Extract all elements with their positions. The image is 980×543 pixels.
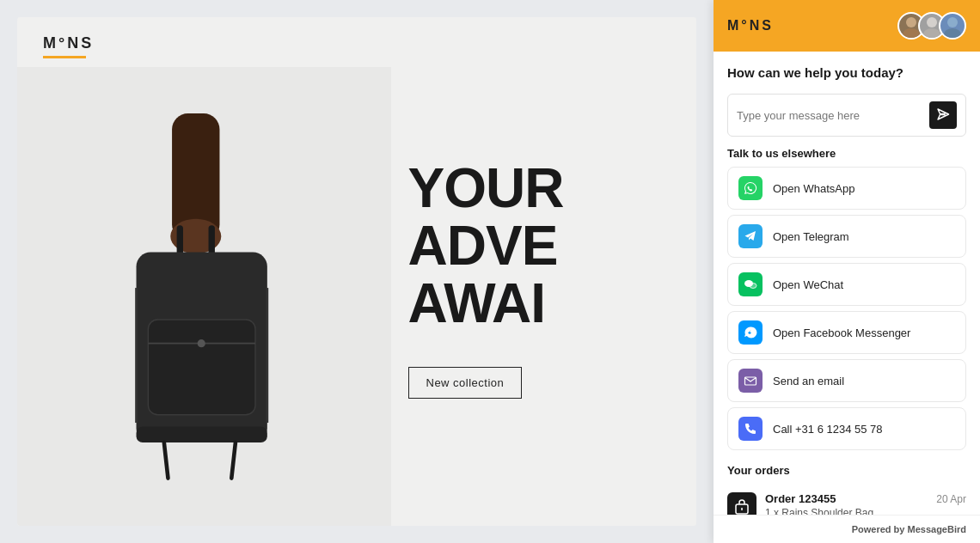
hero-line1: YOUR	[408, 160, 564, 217]
new-collection-button[interactable]: New collection	[408, 367, 523, 399]
backpack-illustration	[83, 113, 324, 526]
hero-line3: AWAI	[408, 275, 564, 333]
svg-point-17	[947, 17, 958, 27]
svg-rect-5	[149, 320, 256, 415]
order-item[interactable]: Order 123455 20 Apr 1 x Rains Shoulder B…	[727, 484, 966, 515]
svg-point-18	[944, 28, 961, 38]
channel-item-whatsapp[interactable]: Open WhatsApp	[727, 167, 966, 210]
powered-by-brand: MessageBird	[908, 524, 966, 534]
svg-line-11	[164, 442, 168, 479]
telegram-label: Open Telegram	[773, 230, 849, 243]
email-icon	[738, 369, 763, 393]
chat-header: M°NS	[714, 0, 980, 52]
channel-item-telegram[interactable]: Open Telegram	[727, 215, 966, 258]
svg-point-7	[198, 339, 205, 347]
powered-by-prefix: Powered by	[852, 524, 908, 534]
hero-text-area: YOUR ADVE AWAI New collection	[391, 67, 697, 526]
website-header: M°NS	[17, 17, 696, 67]
chat-footer: Powered by MessageBird	[714, 515, 980, 543]
chat-header-avatars	[897, 12, 966, 40]
chat-body: How can we help you today? Talk to us el…	[714, 52, 980, 515]
wechat-label: Open WeChat	[773, 278, 843, 291]
channel-list: Open WhatsApp Open Telegram	[727, 167, 966, 450]
order-desc: 1 x Rains Shoulder Bag…	[765, 507, 966, 515]
svg-point-15	[927, 17, 937, 27]
svg-point-13	[906, 17, 916, 27]
whatsapp-label: Open WhatsApp	[773, 182, 854, 195]
channel-item-wechat[interactable]: Open WeChat	[727, 263, 966, 306]
order-id: Order 123455	[765, 492, 836, 505]
svg-point-20	[750, 284, 756, 289]
order-bag-icon	[727, 492, 756, 515]
avatar-group	[897, 12, 966, 40]
website-background: M°NS	[0, 0, 714, 543]
help-question: How can we help you today?	[727, 65, 966, 80]
send-icon	[936, 107, 950, 124]
website-frame: M°NS	[17, 17, 696, 526]
chat-logo: M°NS	[727, 18, 774, 34]
phone-label: Call +31 6 1234 55 78	[773, 423, 883, 436]
svg-point-14	[903, 28, 920, 38]
channel-item-messenger[interactable]: Open Facebook Messenger	[727, 311, 966, 354]
avatar-3	[939, 12, 966, 40]
hero-title: YOUR ADVE AWAI	[408, 160, 564, 333]
message-input[interactable]	[737, 109, 929, 122]
talk-elsewhere-section: Talk to us elsewhere Open WhatsApp	[727, 147, 966, 450]
orders-section: Your orders Order 123455 20 Apr 1 x Rain…	[727, 464, 966, 515]
backpack-image-area	[17, 67, 391, 526]
svg-point-16	[923, 28, 940, 38]
chat-widget: M°NS	[714, 0, 980, 543]
logo-text: M°NS	[43, 34, 94, 52]
telegram-icon	[738, 224, 763, 248]
send-button[interactable]	[929, 101, 957, 129]
logo-underline	[43, 56, 86, 58]
website-content: YOUR ADVE AWAI New collection	[17, 67, 696, 526]
order-top-row: Order 123455 20 Apr	[765, 492, 966, 505]
messenger-label: Open Facebook Messenger	[773, 326, 910, 339]
order-info: Order 123455 20 Apr 1 x Rains Shoulder B…	[765, 492, 966, 515]
svg-line-12	[232, 442, 236, 479]
orders-title: Your orders	[727, 464, 966, 477]
order-date: 20 Apr	[936, 493, 966, 505]
email-label: Send an email	[773, 375, 844, 387]
website-logo: M°NS	[43, 34, 671, 58]
message-input-row[interactable]	[727, 94, 966, 137]
svg-rect-10	[137, 427, 267, 442]
whatsapp-icon	[738, 176, 763, 200]
phone-icon	[738, 417, 763, 441]
talk-elsewhere-title: Talk to us elsewhere	[727, 147, 966, 160]
messenger-icon	[738, 320, 763, 345]
channel-item-email[interactable]: Send an email	[727, 359, 966, 402]
wechat-icon	[738, 272, 763, 296]
channel-item-phone[interactable]: Call +31 6 1234 55 78	[727, 407, 966, 450]
hero-line2: ADVE	[408, 217, 564, 275]
